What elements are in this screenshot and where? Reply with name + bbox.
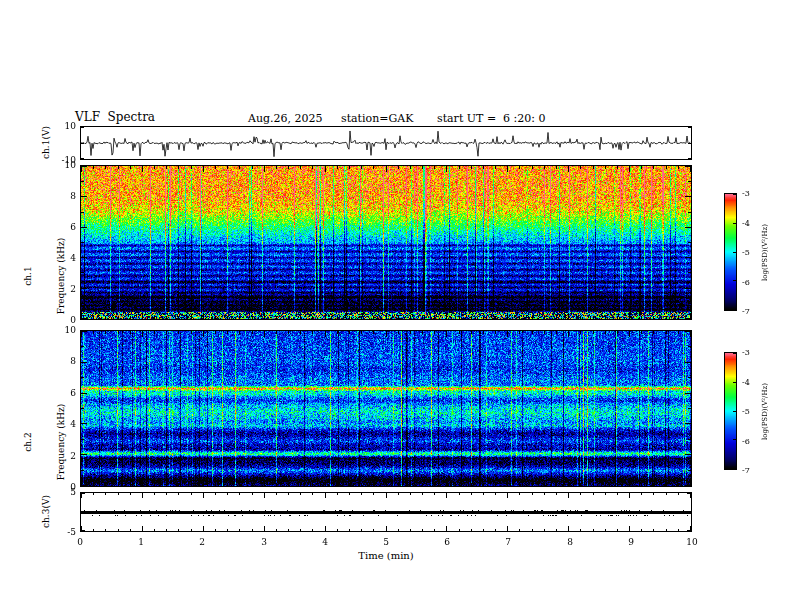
axis-tick xyxy=(239,483,240,486)
plot-station: station=GAK xyxy=(341,112,413,125)
time-axis-label: Time (min) xyxy=(80,550,692,561)
axis-tick xyxy=(276,483,277,486)
axis-tick xyxy=(130,493,131,495)
axis-tick xyxy=(386,166,387,172)
axis-tick xyxy=(519,166,520,169)
ch1-frequency-tick-label: 4 xyxy=(54,253,76,263)
axis-tick xyxy=(203,166,204,172)
ch2-frequency-tick-label: 4 xyxy=(54,419,76,429)
axis-tick xyxy=(733,382,736,383)
axis-tick xyxy=(81,362,87,363)
axis-tick xyxy=(105,166,106,169)
axis-tick xyxy=(653,493,654,495)
axis-tick xyxy=(688,158,691,159)
axis-tick xyxy=(105,529,106,531)
axis-tick xyxy=(239,529,240,531)
ch1-voltage-tick-label: 10 xyxy=(54,121,76,131)
axis-tick xyxy=(264,526,265,531)
ch1-voltage-axis-label: ch.1(V) xyxy=(41,113,52,173)
axis-tick xyxy=(733,309,736,310)
colorbar-tick-label: -4 xyxy=(742,378,750,387)
axis-tick xyxy=(685,331,691,332)
axis-tick xyxy=(312,331,313,334)
axis-tick xyxy=(288,331,289,334)
axis-tick xyxy=(471,331,472,334)
axis-tick xyxy=(239,166,240,169)
axis-tick xyxy=(495,493,496,495)
axis-tick xyxy=(434,331,435,334)
axis-tick xyxy=(81,166,87,167)
axis-tick xyxy=(459,331,460,334)
axis-tick xyxy=(130,529,131,531)
axis-tick xyxy=(386,526,387,531)
axis-tick xyxy=(688,470,691,471)
axis-tick xyxy=(688,272,691,273)
axis-tick xyxy=(252,331,253,334)
axis-tick xyxy=(300,166,301,169)
axis-tick xyxy=(166,483,167,486)
axis-tick xyxy=(178,331,179,334)
axis-tick xyxy=(593,529,594,531)
axis-tick xyxy=(605,493,606,495)
axis-tick xyxy=(276,316,277,319)
axis-tick xyxy=(191,316,192,319)
axis-tick xyxy=(312,493,313,495)
axis-tick xyxy=(733,411,736,412)
axis-tick xyxy=(227,316,228,319)
axis-tick xyxy=(641,529,642,531)
axis-tick xyxy=(617,529,618,531)
axis-tick xyxy=(446,526,447,531)
axis-tick xyxy=(544,483,545,486)
axis-tick xyxy=(227,529,228,531)
axis-tick xyxy=(93,493,94,495)
axis-tick xyxy=(544,331,545,334)
axis-tick xyxy=(386,480,387,486)
axis-tick xyxy=(544,166,545,169)
axis-tick xyxy=(666,166,667,169)
axis-tick xyxy=(276,529,277,531)
axis-tick xyxy=(264,331,265,337)
axis-tick xyxy=(288,166,289,169)
axis-tick xyxy=(361,166,362,169)
axis-tick xyxy=(215,166,216,169)
axis-tick xyxy=(532,529,533,531)
axis-tick xyxy=(337,493,338,495)
ch3-waveform-panel xyxy=(80,492,692,532)
axis-tick xyxy=(81,257,87,258)
axis-tick xyxy=(519,493,520,495)
axis-tick xyxy=(580,166,581,169)
axis-tick xyxy=(483,483,484,486)
axis-tick xyxy=(288,493,289,495)
vlf-spectra-figure: VLF Spectra Aug.26, 2025 station=GAK sta… xyxy=(0,0,792,612)
axis-tick xyxy=(276,166,277,169)
axis-tick xyxy=(507,166,508,172)
ch2-spectrogram-panel xyxy=(80,330,692,487)
axis-tick xyxy=(446,313,447,319)
axis-tick xyxy=(446,166,447,172)
axis-tick xyxy=(617,166,618,169)
axis-tick xyxy=(93,483,94,486)
axis-tick xyxy=(300,529,301,531)
axis-tick xyxy=(685,454,691,455)
axis-tick xyxy=(617,493,618,495)
axis-tick xyxy=(434,493,435,495)
axis-tick xyxy=(300,316,301,319)
axis-tick xyxy=(568,493,569,498)
axis-tick xyxy=(239,331,240,334)
axis-tick xyxy=(410,166,411,169)
axis-tick xyxy=(544,529,545,531)
axis-tick xyxy=(688,303,691,304)
axis-tick xyxy=(215,483,216,486)
axis-tick xyxy=(81,512,85,513)
axis-tick xyxy=(568,331,569,337)
axis-tick xyxy=(678,316,679,319)
axis-tick xyxy=(641,483,642,486)
axis-tick xyxy=(532,493,533,495)
axis-tick xyxy=(81,331,87,332)
axis-tick xyxy=(203,331,204,337)
axis-tick xyxy=(337,316,338,319)
axis-tick xyxy=(312,529,313,531)
axis-tick xyxy=(593,483,594,486)
axis-tick xyxy=(556,331,557,334)
axis-tick xyxy=(215,529,216,531)
